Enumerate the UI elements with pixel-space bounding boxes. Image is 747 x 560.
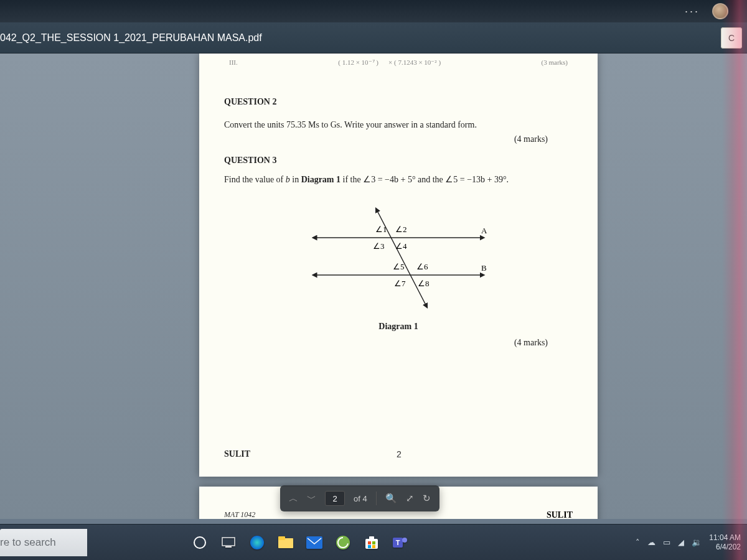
svg-text:∠8: ∠8 [418, 279, 430, 288]
prev-page-button[interactable]: ︿ [289, 493, 298, 505]
pdf-canvas[interactable]: III. ( 1.12 × 10⁻⁷ ) × ( 7.1243 × 10⁻² )… [0, 54, 747, 519]
taskbar-clock[interactable]: 11:04 AM 6/4/202 [709, 533, 741, 552]
microsoft-store-icon[interactable] [359, 530, 385, 556]
svg-point-15 [250, 536, 264, 549]
svg-point-28 [402, 538, 407, 543]
settings-more-icon[interactable]: ··· [685, 5, 700, 18]
question-3-text: Find the value of b in Diagram 1 if the … [224, 174, 573, 185]
system-top-strip: ··· [0, 0, 747, 22]
svg-text:∠7: ∠7 [394, 279, 406, 288]
next-page-sulit: SULIT [547, 510, 573, 519]
volume-icon[interactable]: 🔉 [692, 538, 702, 547]
footer-sulit: SULIT [224, 449, 250, 459]
file-explorer-icon[interactable] [273, 530, 299, 556]
svg-rect-20 [365, 539, 378, 549]
fit-page-icon[interactable]: ⤢ [406, 493, 414, 504]
svg-text:∠6: ∠6 [416, 262, 428, 271]
prev-roman: III. [229, 58, 238, 71]
svg-rect-23 [372, 541, 375, 544]
document-filename: 042_Q2_THE_SESSION 1_2021_PERUBAHAN MASA… [0, 32, 262, 44]
previous-page-tail: III. ( 1.12 × 10⁻⁷ ) × ( 7.1243 × 10⁻² )… [199, 58, 598, 71]
tray-chevron-icon[interactable]: ˄ [636, 538, 640, 547]
prev-expr-b: × ( 7.1243 × 10⁻² ) [388, 58, 441, 71]
teams-icon[interactable]: T [387, 530, 413, 556]
question-2-heading: QUESTION 2 [224, 97, 573, 107]
question-3-heading: QUESTION 3 [224, 156, 573, 166]
user-avatar[interactable] [712, 3, 728, 19]
pdf-page-navigator: ︿ ﹀ of 4 🔍 ⤢ ↻ [280, 485, 439, 511]
svg-text:T: T [396, 539, 400, 546]
svg-rect-22 [368, 541, 371, 544]
taskbar-pinned-apps: T [187, 530, 413, 556]
footer-page-number: 2 [397, 449, 402, 459]
svg-text:A: A [481, 226, 487, 235]
edge-browser-icon[interactable] [244, 530, 270, 556]
zoom-out-icon[interactable]: 🔍 [385, 493, 397, 504]
app-icon-green[interactable] [330, 530, 356, 556]
prev-marks: (3 marks) [542, 58, 568, 71]
diagram-caption: Diagram 1 [224, 322, 573, 332]
pdf-title-bar: 042_Q2_THE_SESSION 1_2021_PERUBAHAN MASA… [0, 22, 747, 54]
mail-icon[interactable] [301, 530, 327, 556]
svg-rect-17 [278, 536, 285, 540]
system-tray: ˄ ☁ ▭ ◢ 🔉 11:04 AM 6/4/202 [636, 525, 741, 560]
svg-text:B: B [481, 263, 487, 273]
rotate-icon[interactable]: ↻ [423, 493, 431, 504]
page-number-input[interactable] [325, 491, 345, 506]
question-2-text: Convert the units 75.35 Ms to Gs. Write … [224, 118, 573, 132]
nav-separator [376, 492, 377, 505]
svg-rect-14 [225, 546, 232, 548]
next-page-button[interactable]: ﹀ [307, 493, 316, 505]
search-placeholder: re to search [0, 536, 56, 549]
onedrive-icon[interactable]: ☁ [647, 538, 655, 547]
clock-date: 6/4/202 [709, 543, 741, 552]
clock-time: 11:04 AM [709, 533, 741, 543]
wifi-icon[interactable]: ◢ [678, 538, 684, 547]
svg-text:∠3: ∠3 [373, 241, 385, 251]
svg-rect-25 [372, 545, 375, 548]
diagram-1: ∠1 ∠2 ∠3 ∠4 ∠5 ∠6 ∠7 ∠8 A B [296, 203, 501, 315]
svg-text:∠5: ∠5 [393, 262, 405, 271]
cortana-icon[interactable] [187, 530, 213, 556]
taskbar-search[interactable]: re to search [0, 529, 87, 556]
next-page-header: MAT 1042 [224, 510, 255, 519]
page-footer: SULIT 2 [224, 449, 573, 459]
task-view-icon[interactable] [215, 530, 242, 556]
svg-text:∠4: ∠4 [395, 241, 407, 251]
page-total-label: of 4 [354, 494, 367, 503]
svg-rect-24 [368, 545, 371, 548]
titlebar-action-button[interactable]: C [721, 27, 742, 49]
question-2-marks: (4 marks) [224, 134, 548, 144]
windows-taskbar: re to search T ˄ ☁ ▭ ◢ 🔉 11:04 A [0, 524, 747, 560]
prev-expr-a: ( 1.12 × 10⁻⁷ ) [338, 58, 378, 71]
pdf-page-2: III. ( 1.12 × 10⁻⁷ ) × ( 7.1243 × 10⁻² )… [199, 54, 598, 477]
svg-rect-13 [222, 538, 235, 546]
svg-rect-18 [306, 536, 322, 549]
svg-rect-21 [369, 536, 374, 539]
battery-icon[interactable]: ▭ [663, 538, 670, 547]
question-3-marks: (4 marks) [224, 338, 548, 348]
svg-text:∠1: ∠1 [375, 225, 387, 234]
svg-text:∠2: ∠2 [395, 225, 407, 234]
